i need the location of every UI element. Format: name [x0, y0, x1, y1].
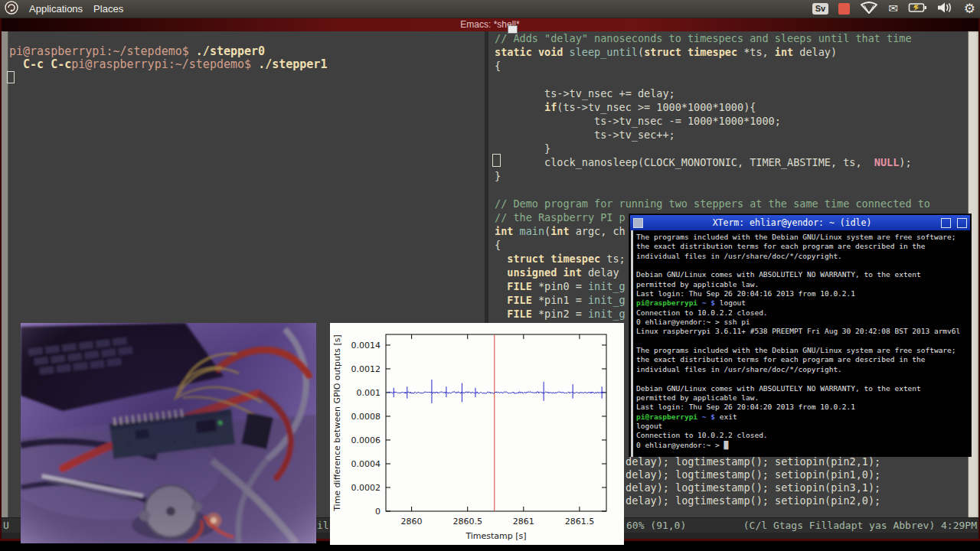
- volume-icon[interactable]: [937, 2, 954, 16]
- gear-icon[interactable]: ⚙: [964, 3, 975, 15]
- terminal-line: Last login: Thu Sep 26 20:04:20 2013 fro…: [636, 403, 970, 412]
- record-indicator-icon[interactable]: [838, 3, 850, 15]
- plot-area: 28602860.528612861.500.00020.00040.00060…: [330, 323, 624, 545]
- terminal-line: individual files in /usr/share/doc/*/cop…: [636, 252, 970, 261]
- svg-text:2860.5: 2860.5: [452, 517, 482, 527]
- shell-line: C-c C-cpi@raspberrypi:~/stepdemo$ ./step…: [9, 58, 476, 71]
- terminal-line: the exact distribution terms for each pr…: [636, 355, 970, 364]
- modeline-modes: (C/l Gtags Filladapt yas Abbrev): [743, 520, 935, 531]
- svg-text:0.0004: 0.0004: [351, 459, 381, 469]
- shell-cursor: [7, 71, 15, 83]
- webcam-window: [21, 323, 316, 543]
- code-line: }: [495, 142, 968, 155]
- terminal-line: Connection to 10.0.2.2 closed.: [636, 308, 970, 318]
- webcam-photo: [21, 323, 316, 543]
- panel-menus: Applications Places: [0, 1, 123, 17]
- code-line: ts->tv_sec++;: [495, 128, 968, 142]
- gnuplot-window: 28602860.528612861.500.00020.00040.00060…: [330, 323, 624, 545]
- code-line: delay); logtimestamp(); setiopin(pin3,1)…: [626, 481, 880, 494]
- wifi-icon[interactable]: [860, 2, 878, 17]
- terminal-line: logout: [636, 422, 970, 431]
- terminal-line: Linux raspberrypi 3.6.11+ #538 PREEMPT F…: [636, 327, 970, 336]
- code-line: delay); logtimestamp(); setiopin(pin2,0)…: [626, 494, 880, 507]
- code-line: if(ts->tv_nsec >= 1000*1000*1000){: [495, 100, 968, 114]
- desktop: Applications Places Sv ✉: [0, 0, 980, 551]
- terminal-line: 0 ehliar@yendor:~ > ssh pi: [636, 318, 970, 327]
- svg-text:2861: 2861: [513, 517, 534, 527]
- shell-line: pi@raspberrypi:~/stepdemo$ ./stepper0: [9, 45, 476, 58]
- terminal-line: [636, 374, 970, 383]
- terminal-line: Debian GNU/Linux comes with ABSOLUTELY N…: [636, 270, 970, 279]
- terminal-line: Last login: Thu Sep 26 20:04:16 2013 fro…: [636, 289, 970, 298]
- menu-places[interactable]: Places: [93, 3, 123, 15]
- keyboard-layout-indicator[interactable]: Sv: [812, 3, 828, 15]
- terminal-line: The programs included with the Debian GN…: [636, 233, 970, 242]
- terminal-line: 0 ehliar@yendor:~ > █: [636, 441, 970, 450]
- svg-text:0.0008: 0.0008: [351, 412, 381, 422]
- terminal-line: pi@raspberrypi ~ $ exit: [636, 412, 970, 422]
- xterm-maximize-button[interactable]: [957, 218, 967, 228]
- svg-text:0.0014: 0.0014: [351, 341, 381, 350]
- terminal-line: permitted by applicable law.: [636, 393, 970, 403]
- code-line: [495, 73, 968, 86]
- emacs-code-buffer-lower[interactable]: delay); logtimestamp(); setiopin(pin2,1)…: [626, 455, 880, 507]
- terminal-line: Debian GNU/Linux comes with ABSOLUTELY N…: [636, 384, 970, 393]
- code-line: // Demo program for running two steppers…: [495, 197, 968, 210]
- svg-text:Timestamp [s]: Timestamp [s]: [465, 531, 526, 541]
- code-cursor: [492, 154, 501, 167]
- code-line: }: [495, 169, 968, 183]
- terminal-line: permitted by applicable law.: [636, 280, 970, 289]
- code-line: delay); logtimestamp(); setiopin(pin2,1)…: [626, 455, 880, 468]
- xterm-terminal[interactable]: The programs included with the Debian GN…: [630, 230, 970, 457]
- modeline-buffer-fragment: il: [317, 518, 329, 533]
- mouse-cursor: [508, 25, 518, 34]
- xterm-text: The programs included with the Debian GN…: [636, 233, 970, 450]
- battery-icon[interactable]: [908, 2, 927, 16]
- modeline-position: 60% (91,0): [626, 518, 686, 533]
- code-line: static void sleep_until(struct timespec …: [495, 45, 968, 59]
- xterm-menu-button[interactable]: [633, 218, 643, 228]
- code-line: ts->tv_nsec += delay;: [495, 86, 968, 100]
- menu-applications[interactable]: Applications: [29, 3, 83, 15]
- emacs-left-scrollbar[interactable]: [2, 31, 8, 517]
- code-line: // Adds "delay" nanoseconds to timespecs…: [495, 31, 968, 45]
- terminal-line: Connection to 10.0.2.2 closed.: [636, 431, 970, 440]
- code-line: ts->tv_nsec -= 1000*1000*1000;: [495, 114, 968, 128]
- xterm-scrollbar[interactable]: [631, 230, 633, 457]
- svg-text:0.0012: 0.0012: [351, 364, 381, 374]
- terminal-line: The programs included with the Debian GN…: [636, 346, 970, 355]
- code-line: {: [495, 59, 968, 73]
- modeline-modes-and-time: (C/l Gtags Filladapt yas Abbrev) 4:29PM: [743, 518, 977, 533]
- xterm-window[interactable]: XTerm: ehliar@yendor: ~ (idle) The progr…: [629, 214, 971, 456]
- emacs-shell-buffer[interactable]: pi@raspberrypi:~/stepdemo$ ./stepper0 C-…: [9, 45, 476, 71]
- modeline-time: 4:29PM: [941, 520, 977, 531]
- xterm-title: XTerm: ehliar@yendor: ~ (idle): [646, 217, 938, 228]
- code-line: clock_nanosleep(CLOCK_MONOTONIC, TIMER_A…: [495, 155, 968, 169]
- svg-text:0: 0: [375, 507, 381, 517]
- system-tray: Sv ✉ ⚙: [812, 2, 980, 17]
- terminal-line: individual files in /usr/share/doc/*/cop…: [636, 365, 970, 374]
- top-panel: Applications Places Sv ✉: [0, 0, 980, 18]
- xterm-titlebar[interactable]: XTerm: ehliar@yendor: ~ (idle): [630, 215, 970, 230]
- emacs-titlebar[interactable]: Emacs: *shell*: [0, 18, 980, 31]
- emacs-frame-border-left: [0, 18, 2, 539]
- terminal-line: the exact distribution terms for each pr…: [636, 242, 970, 251]
- modeline-coding: U: [3, 518, 9, 533]
- terminal-line: [636, 337, 970, 346]
- svg-text:Time difference between GPIO o: Time difference between GPIO outputs [s]: [332, 334, 342, 512]
- terminal-line: [636, 261, 970, 270]
- svg-text:2860: 2860: [401, 517, 423, 527]
- xterm-iconify-button[interactable]: [941, 218, 951, 228]
- distro-logo-icon[interactable]: [5, 1, 18, 17]
- svg-text:0.001: 0.001: [357, 388, 381, 398]
- svg-text:0.0006: 0.0006: [351, 435, 381, 445]
- terminal-line: pi@raspberrypi ~ $ logout: [636, 298, 970, 308]
- svg-text:2861.5: 2861.5: [565, 517, 595, 527]
- code-line: [495, 183, 968, 197]
- code-line: delay); logtimestamp(); setiopin(pin1,0)…: [626, 468, 880, 481]
- svg-text:0.0002: 0.0002: [351, 483, 381, 493]
- mail-icon[interactable]: ✉: [888, 3, 898, 15]
